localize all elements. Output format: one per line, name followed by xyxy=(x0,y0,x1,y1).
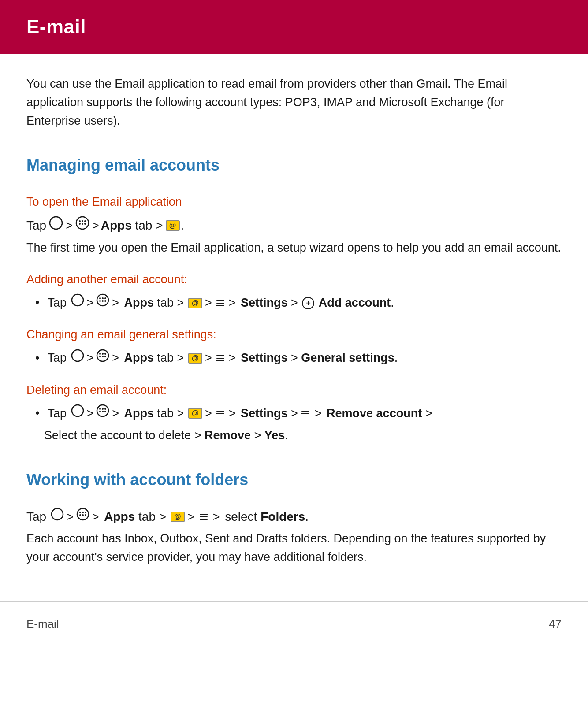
menu-icon-5 xyxy=(198,511,209,523)
intro-text: You can use the Email application to rea… xyxy=(26,75,562,130)
arrow-2: > xyxy=(92,217,99,235)
working-instruction: Tap > > Apps tab > xyxy=(26,508,562,526)
footer-label: E-mail xyxy=(26,616,59,633)
svg-point-22 xyxy=(102,356,104,357)
deleting-continuation: Select the account to delete > Remove > … xyxy=(26,427,562,445)
email-icon xyxy=(166,220,180,231)
svg-point-12 xyxy=(104,297,106,299)
email-icon-2 xyxy=(188,298,202,308)
home-icon-5 xyxy=(51,508,64,526)
svg-point-13 xyxy=(99,300,101,302)
main-content: You can use the Email application to rea… xyxy=(0,75,588,566)
email-icon-4 xyxy=(188,408,202,419)
working-title: Working with account folders xyxy=(26,468,562,492)
arrow-1: > xyxy=(66,217,73,235)
deleting-subtitle: Deleting an email account: xyxy=(26,381,562,399)
managing-title: Managing email accounts xyxy=(26,153,562,177)
svg-point-4 xyxy=(84,220,86,222)
add-icon: + xyxy=(302,297,314,309)
svg-point-34 xyxy=(79,512,81,513)
svg-point-5 xyxy=(79,223,81,225)
svg-point-10 xyxy=(99,297,101,299)
svg-point-30 xyxy=(102,411,104,412)
apps-icon-4 xyxy=(96,404,109,423)
home-icon-4 xyxy=(71,404,84,423)
apps-tab-label: Apps tab > xyxy=(101,216,163,235)
managing-section: Managing email accounts To open the Emai… xyxy=(26,153,562,445)
working-description: Each account has Inbox, Outbox, Sent and… xyxy=(26,530,562,567)
home-icon xyxy=(49,216,63,235)
svg-point-14 xyxy=(102,300,104,302)
apps-icon-3 xyxy=(96,349,109,368)
email-icon-5 xyxy=(171,512,185,522)
apps-icon-5 xyxy=(76,508,89,526)
apps-icon xyxy=(75,216,89,235)
deleting-instruction: Tap > xyxy=(26,404,562,423)
changing-instruction: Tap > xyxy=(26,349,562,368)
tap-label: Tap xyxy=(26,216,46,235)
menu-icon-3 xyxy=(215,408,226,419)
adding-subtitle: Adding another email account: xyxy=(26,271,562,289)
svg-point-6 xyxy=(82,223,83,225)
apps-icon-2 xyxy=(96,293,109,312)
home-icon-2 xyxy=(71,293,84,312)
svg-point-20 xyxy=(104,353,106,355)
svg-point-28 xyxy=(104,408,106,410)
svg-point-7 xyxy=(84,223,86,225)
svg-point-19 xyxy=(102,353,104,355)
svg-point-31 xyxy=(104,411,106,412)
svg-point-29 xyxy=(99,411,101,412)
svg-point-38 xyxy=(82,514,84,516)
page-header: E-mail xyxy=(0,0,588,54)
svg-point-32 xyxy=(52,508,63,520)
svg-point-8 xyxy=(72,294,83,306)
menu-icon-4 xyxy=(300,408,311,419)
open-email-subtitle: To open the Email application xyxy=(26,193,562,211)
page-title: E-mail xyxy=(26,12,562,41)
email-icon-3 xyxy=(188,353,202,364)
tap-label-2: Tap xyxy=(47,294,70,312)
svg-point-23 xyxy=(104,356,106,357)
svg-point-39 xyxy=(85,514,86,516)
menu-icon-1 xyxy=(215,297,226,309)
open-email-instruction: Tap > > Apps tab xyxy=(26,216,562,235)
footer-page: 47 xyxy=(549,616,562,633)
home-icon-3 xyxy=(71,349,84,368)
svg-point-0 xyxy=(50,217,62,229)
svg-point-37 xyxy=(79,514,81,516)
svg-point-2 xyxy=(79,220,81,222)
svg-point-3 xyxy=(82,220,83,222)
svg-point-15 xyxy=(104,300,106,302)
svg-point-11 xyxy=(102,297,104,299)
svg-point-16 xyxy=(72,350,83,361)
page-footer: E-mail 47 xyxy=(0,601,588,646)
working-section: Working with account folders Tap > xyxy=(26,468,562,567)
svg-point-27 xyxy=(102,408,104,410)
svg-point-24 xyxy=(72,405,83,416)
changing-subtitle: Changing an email general settings: xyxy=(26,326,562,344)
svg-point-18 xyxy=(99,353,101,355)
svg-point-35 xyxy=(82,512,84,513)
period: . xyxy=(181,216,184,235)
adding-instruction: Tap > xyxy=(26,293,562,312)
svg-point-21 xyxy=(99,356,101,357)
menu-icon-2 xyxy=(215,352,226,364)
svg-point-36 xyxy=(85,512,86,513)
open-email-description: The first time you open the Email applic… xyxy=(26,239,562,257)
svg-point-26 xyxy=(99,408,101,410)
